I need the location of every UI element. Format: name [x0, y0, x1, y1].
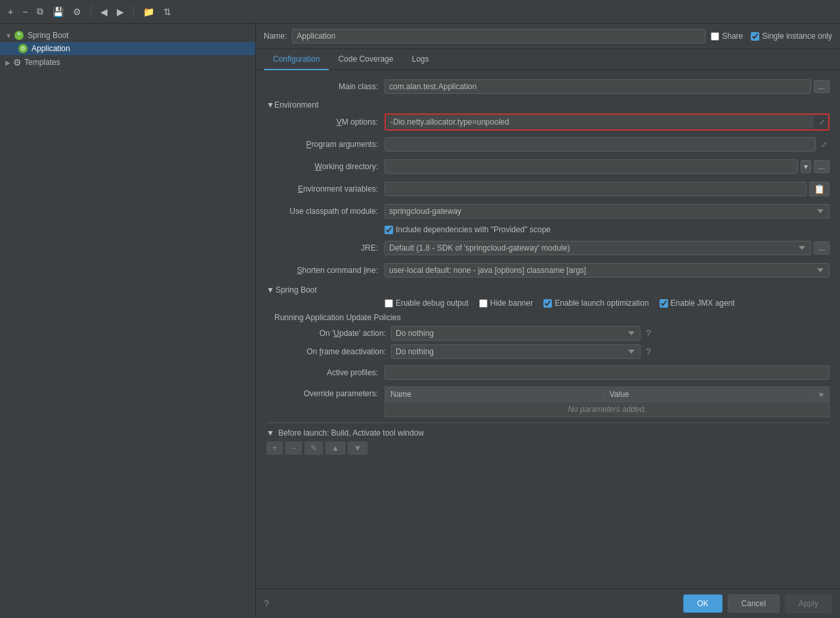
jmx-agent-checkbox[interactable]: [660, 299, 668, 308]
hide-banner-checkbox-label[interactable]: Hide banner: [479, 299, 533, 308]
update-action-select[interactable]: Do nothing Update classes and resources …: [391, 326, 640, 340]
sort-toolbar-btn[interactable]: ⇅: [161, 5, 174, 18]
working-dir-input[interactable]: [385, 159, 798, 174]
ok-button[interactable]: OK: [683, 594, 722, 613]
params-nav-col: »: [814, 387, 830, 402]
main-layout: ▼ 🍃 Spring Boot ⚙ Application ▶ ⚙ Templa…: [0, 24, 840, 618]
spring-boot-icon: 🍃: [14, 31, 24, 40]
sidebar-item-application[interactable]: ⚙ Application: [0, 42, 255, 55]
params-table: Name Value » No parameters added.: [385, 386, 830, 417]
vm-options-input[interactable]: [387, 115, 814, 129]
copy-toolbar-btn[interactable]: ⧉: [34, 5, 46, 18]
working-dir-dropdown-btn[interactable]: ▾: [801, 160, 811, 173]
tabs: Configuration Code Coverage Logs: [256, 49, 840, 70]
templates-arrow-icon: ▶: [5, 59, 10, 66]
jmx-agent-checkbox-label[interactable]: Enable JMX agent: [660, 299, 735, 308]
launch-edit-btn[interactable]: ✎: [304, 442, 323, 455]
name-bar-right: Share Single instance only: [711, 31, 832, 41]
right-panel: Name: Application Share Single instance …: [256, 24, 840, 618]
override-params-control: Name Value » No parameters added.: [385, 386, 830, 417]
environment-label-text: Environment: [274, 100, 318, 110]
policies-title: Running Application Update Policies: [274, 313, 830, 322]
vm-options-row: VM options: ⤢: [266, 113, 830, 131]
single-instance-checkbox-label[interactable]: Single instance only: [751, 31, 832, 41]
jre-browse-btn[interactable]: ...: [814, 241, 830, 255]
before-launch-arrow-icon: ▼: [266, 428, 274, 438]
tab-configuration[interactable]: Configuration: [264, 49, 329, 70]
launch-up-btn[interactable]: ▲: [326, 442, 345, 455]
env-vars-browse-btn[interactable]: 📋: [809, 182, 830, 196]
name-input[interactable]: Application: [292, 29, 705, 43]
active-profiles-input[interactable]: [385, 365, 830, 380]
include-deps-checkbox-label[interactable]: Include dependencies with "Provided" sco…: [385, 225, 551, 234]
launch-down-btn[interactable]: ▼: [348, 442, 368, 455]
toolbar-separator: [91, 5, 91, 18]
help-button[interactable]: ?: [264, 598, 269, 609]
program-args-expand-btn[interactable]: ⤢: [818, 139, 830, 150]
active-profiles-label: Active profiles:: [266, 368, 385, 377]
frame-deact-select[interactable]: Do nothing Update classes and resources …: [391, 344, 640, 359]
back-toolbar-btn[interactable]: ◀: [98, 5, 110, 18]
include-deps-checkbox[interactable]: [385, 226, 393, 234]
spring-boot-arrow-icon2: ▼: [266, 285, 274, 295]
frame-deact-help-icon[interactable]: ?: [646, 346, 651, 357]
shorten-cmd-select[interactable]: user-local default: none - java [options…: [385, 263, 830, 278]
debug-output-checkbox[interactable]: [385, 299, 393, 308]
forward-toolbar-btn[interactable]: ▶: [114, 5, 127, 18]
jre-select[interactable]: Default (1.8 - SDK of 'springcloud-gatew…: [385, 241, 811, 255]
classpath-select[interactable]: springcloud-gateway: [385, 204, 830, 218]
sidebar-item-spring-boot[interactable]: ▼ 🍃 Spring Boot: [0, 29, 255, 42]
spring-boot-section-header[interactable]: ▼ Spring Boot: [266, 285, 830, 295]
share-checkbox-label[interactable]: Share: [711, 31, 743, 41]
program-args-input[interactable]: [385, 137, 816, 152]
working-dir-select-group: ▾ ...: [385, 159, 830, 174]
tab-content-configuration: Main class: ... ▼ Environment VM options…: [256, 70, 840, 588]
hide-banner-label: Hide banner: [490, 299, 533, 308]
hide-banner-checkbox[interactable]: [479, 299, 488, 308]
settings-toolbar-btn[interactable]: ⚙: [70, 5, 84, 18]
tab-logs[interactable]: Logs: [402, 49, 438, 70]
before-launch-header: ▼ Before launch: Build, Activate tool wi…: [266, 428, 830, 438]
toolbar-separator2: [133, 5, 134, 18]
application-icon: ⚙: [18, 44, 28, 53]
classpath-label: Use classpath of module:: [266, 207, 385, 216]
main-class-input[interactable]: [385, 79, 811, 94]
main-class-browse-btn[interactable]: ...: [814, 80, 830, 93]
bottom-bar: ? OK Cancel Apply: [256, 588, 840, 618]
override-params-label: Override parameters:: [266, 386, 385, 398]
working-dir-row: Working directory: ▾ ...: [266, 158, 830, 175]
params-col-value: Value: [604, 387, 813, 402]
shorten-cmd-control: user-local default: none - java [options…: [385, 263, 830, 278]
launch-add-btn[interactable]: +: [266, 442, 283, 455]
update-action-help-icon[interactable]: ?: [646, 328, 651, 339]
jre-row: JRE: Default (1.8 - SDK of 'springcloud-…: [266, 239, 830, 257]
jmx-agent-label: Enable JMX agent: [671, 299, 735, 308]
sidebar-item-templates[interactable]: ▶ ⚙ Templates: [0, 55, 255, 70]
launch-opt-checkbox-label[interactable]: Enable launch optimization: [543, 299, 648, 308]
apply-button[interactable]: Apply: [785, 594, 832, 613]
vm-options-expand-btn[interactable]: ⤢: [816, 117, 828, 128]
cancel-button[interactable]: Cancel: [728, 594, 780, 613]
vm-options-label: VM options:: [266, 117, 385, 127]
debug-output-checkbox-label[interactable]: Enable debug output: [385, 299, 469, 308]
folder-toolbar-btn[interactable]: 📁: [140, 5, 157, 18]
share-checkbox[interactable]: [711, 32, 719, 41]
update-action-label: On 'Update' action:: [274, 329, 386, 338]
classpath-control: springcloud-gateway: [385, 204, 830, 218]
env-vars-input[interactable]: [385, 182, 807, 196]
name-label: Name:: [264, 31, 287, 41]
working-dir-browse-btn[interactable]: ...: [814, 160, 830, 173]
save-toolbar-btn[interactable]: 💾: [50, 5, 66, 18]
remove-toolbar-btn[interactable]: −: [20, 5, 30, 18]
templates-icon: ⚙: [13, 57, 22, 68]
single-instance-checkbox[interactable]: [751, 32, 759, 41]
launch-remove-btn[interactable]: −: [285, 442, 302, 455]
main-class-label: Main class:: [266, 82, 385, 91]
environment-section-label[interactable]: ▼ Environment: [266, 100, 830, 110]
include-deps-row: Include dependencies with "Provided" sco…: [385, 225, 830, 234]
tab-code-coverage[interactable]: Code Coverage: [329, 49, 402, 70]
launch-opt-label: Enable launch optimization: [555, 299, 648, 308]
launch-opt-checkbox[interactable]: [543, 299, 552, 308]
add-toolbar-btn[interactable]: +: [5, 5, 16, 18]
include-deps-label: Include dependencies with "Provided" sco…: [396, 225, 551, 234]
